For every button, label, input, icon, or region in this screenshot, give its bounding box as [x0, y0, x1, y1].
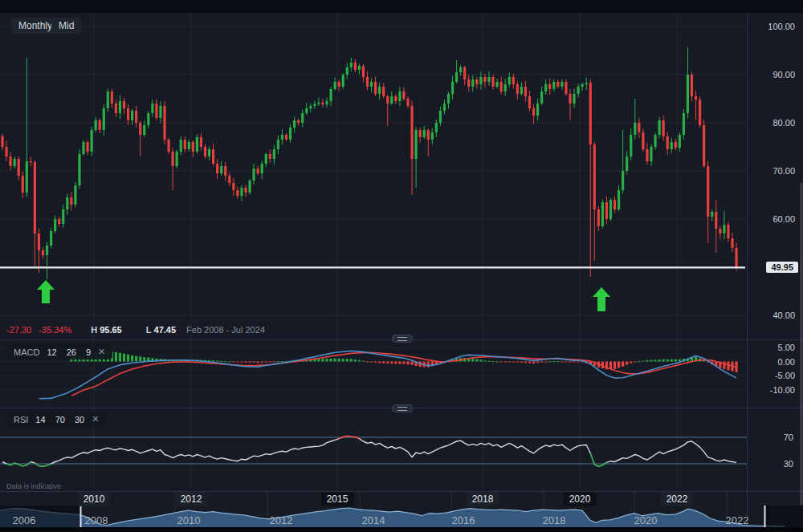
top-strip — [0, 0, 803, 13]
rsi-close-icon[interactable]: ✕ — [92, 414, 99, 424]
date-range: Feb 2008 - Jul 2024 — [186, 325, 265, 335]
rsi-title: RSI — [14, 415, 28, 424]
price-axis-label: 60.00 — [772, 214, 795, 224]
rsi-legend: RSI 14 70 30 ✕ — [6, 412, 106, 427]
buy-arrow-icon — [37, 280, 55, 303]
data-indicative-note: Data is indicative — [6, 482, 61, 490]
navigator-year-label: 2010 — [177, 514, 201, 526]
pane-resize-handle-rsi[interactable] — [392, 404, 413, 412]
pane-resize-handle-macd[interactable] — [392, 335, 413, 343]
price-change: -27.30 — [6, 325, 31, 335]
timeline-year-label: 2020 — [564, 492, 597, 506]
macd-legend: MACD 12 26 9 ✕ — [6, 344, 112, 359]
price-axis-label: 70.00 — [772, 166, 795, 176]
grip-icon — [397, 407, 407, 411]
low-value: 47.45 — [154, 325, 177, 335]
rsi-axis-label: 70 — [784, 433, 793, 442]
trading-chart-app: Monthly Mid -27.30 -35.34% H 95.65 L 47.… — [0, 0, 803, 532]
rsi-axis-label: 30 — [784, 459, 793, 469]
navigator-year-label: 2014 — [362, 514, 385, 526]
chart-style-button[interactable]: Mid — [51, 18, 81, 34]
navigator-year-label: 2008 — [85, 514, 108, 526]
macd-title: MACD — [14, 347, 39, 357]
price-axis-label: 80.00 — [772, 118, 795, 128]
low-label: L — [146, 325, 152, 335]
navigator-year-label: 2018 — [543, 514, 566, 526]
last-price-label: 49.95 — [766, 262, 798, 273]
price-axis-label: 100.00 — [768, 22, 795, 31]
timeline-year-label: 2010 — [78, 492, 111, 506]
macd-axis-label: -10.00 — [770, 385, 795, 395]
timeline-year-label: 2018 — [467, 492, 499, 506]
bottom-strip — [0, 527, 803, 532]
timeline-year-label: 2012 — [175, 492, 208, 506]
price-axis-label: 90.00 — [772, 70, 795, 79]
navigator-year-label: 2022 — [726, 514, 749, 526]
macd-axis-label: 5.00 — [778, 343, 795, 352]
grip-icon — [397, 337, 407, 341]
high-label: H — [91, 325, 97, 335]
timeline-year-label: 2022 — [661, 492, 694, 506]
price-change-percent: -35.34% — [39, 325, 71, 335]
navigator-year-label: 2016 — [452, 514, 475, 526]
scrollbar-thumb[interactable] — [801, 183, 803, 506]
high-value: 95.65 — [100, 325, 122, 335]
rsi-params: 14 70 30 — [35, 415, 84, 424]
macd-params: 12 26 9 — [47, 347, 91, 357]
chart-canvas — [0, 0, 803, 532]
timeline-year-label: 2015 — [321, 492, 354, 506]
navigator-year-label: 2012 — [270, 514, 293, 526]
macd-axis-label: 0.00 — [778, 357, 795, 367]
navigator-year-label: 2006 — [13, 514, 36, 526]
navigator-year-label: 2020 — [634, 514, 658, 526]
macd-axis-label: -5.00 — [775, 371, 795, 380]
buy-arrow-icon — [593, 287, 610, 311]
status-row: -27.30 -35.34% H 95.65 L 47.45 Feb 2008 … — [6, 324, 265, 335]
price-axis-label: 40.00 — [772, 311, 795, 320]
macd-close-icon[interactable]: ✕ — [98, 347, 105, 357]
